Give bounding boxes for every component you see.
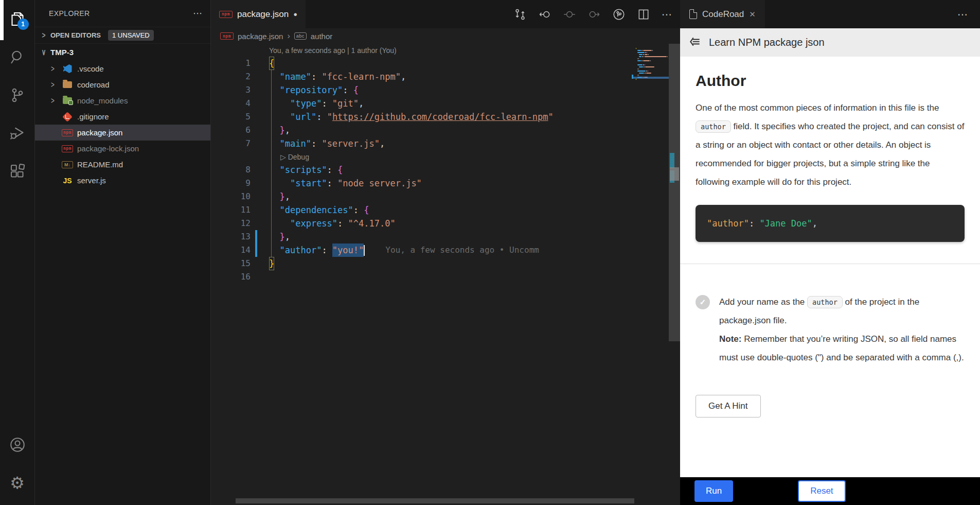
code-line-4[interactable]: 4 "type": "git", (211, 97, 680, 110)
breadcrumb-symbol[interactable]: author (311, 32, 333, 41)
close-icon[interactable]: ✕ (749, 10, 756, 19)
tree-item-node_modules[interactable]: >node_modules (35, 93, 210, 109)
code-line-12[interactable]: 12 "express": "^4.17.0" (211, 217, 680, 230)
timeline-icon[interactable] (612, 8, 626, 21)
explorer-title: EXPLORER (49, 9, 90, 18)
webview-file-icon (689, 9, 697, 19)
codelens-debug[interactable]: ▷ Debug (211, 150, 680, 163)
open-changes-icon[interactable] (513, 8, 527, 21)
code-line-2[interactable]: 2 "name": "fcc-learn-npm", (211, 70, 680, 83)
code-line-8[interactable]: 8 "scripts": { (211, 163, 680, 177)
reverse-continue-icon[interactable] (563, 8, 576, 21)
step-back-icon[interactable] (538, 8, 551, 21)
file-label: node_modules (77, 96, 128, 105)
file-tree: >.vscode>coderoad>node_modules.gitignore… (35, 61, 210, 188)
code-line-10[interactable]: 10 }, (211, 190, 680, 203)
line-number: 16 (226, 270, 251, 284)
line-number: 2 (226, 70, 251, 83)
vscode-window: 1 (0, 0, 980, 505)
breadcrumb-separator-icon: › (287, 31, 290, 41)
code-line-5[interactable]: 5 "url": "https://github.com/coderoad/fc… (211, 110, 680, 124)
tree-item-package.json[interactable]: npmpackage.json (35, 125, 210, 141)
tree-item-.gitignore[interactable]: .gitignore (35, 109, 210, 125)
run-debug-icon[interactable] (0, 114, 35, 152)
code-line-14[interactable]: 14 "author": "you!"You, a few seconds ag… (211, 243, 680, 257)
code-line-6[interactable]: 6 }, (211, 124, 680, 137)
inline-code: author (696, 120, 731, 133)
get-hint-button[interactable]: Get A Hint (696, 395, 761, 417)
code-line-16[interactable]: 16 (211, 270, 680, 284)
breadcrumb: npm package.json › abc author (211, 28, 680, 44)
open-editors-section[interactable]: > OPEN EDITORS 1 UNSAVED (35, 27, 210, 44)
back-to-lessons-icon[interactable] (688, 35, 702, 50)
codelens-authors[interactable]: You, a few seconds ago | 1 author (You) (211, 44, 680, 57)
inline-blame: You, a few seconds ago • Uncomm (385, 243, 539, 257)
code-line-13[interactable]: 13 }, (211, 230, 680, 243)
npm-file-icon: npm (220, 32, 234, 40)
overview-modified-mark (670, 153, 674, 168)
breadcrumb-file[interactable]: package.json (238, 32, 283, 41)
tutorial-title: Learn NPM package json (709, 37, 825, 48)
npm-file-icon: npm (62, 145, 73, 152)
line-number: 8 (226, 163, 251, 177)
run-button[interactable]: Run (694, 480, 733, 502)
extensions-icon[interactable] (0, 152, 35, 190)
unsaved-dot-icon[interactable]: ● (293, 10, 297, 18)
tree-item-server.js[interactable]: JSserver.js (35, 172, 210, 188)
line-number: 5 (226, 110, 251, 124)
tutorial-content: Author One of the most common pieces of … (680, 57, 980, 477)
scrollbar-thumb[interactable] (670, 167, 679, 181)
file-label: README.md (77, 160, 123, 169)
active-indent-guide (271, 70, 272, 257)
code-line-7[interactable]: 7 "main": "server.js", (211, 137, 680, 150)
folder-icon (63, 81, 72, 88)
line-number: 12 (226, 217, 251, 230)
chevron-right-icon: > (41, 30, 47, 41)
file-label: server.js (77, 176, 106, 185)
line-number: 9 (226, 177, 251, 190)
editor-more-actions-icon[interactable]: ⋯ (662, 8, 673, 21)
chevron-right-icon: > (51, 96, 61, 106)
horizontal-scrollbar[interactable] (236, 498, 634, 503)
panel-more-actions-icon[interactable]: ⋯ (957, 0, 969, 28)
line-number: 11 (226, 203, 251, 217)
tab-package-json[interactable]: npm package.json ● (211, 0, 306, 28)
code-line-3[interactable]: 3 "repository": { (211, 83, 680, 97)
line-number: 10 (226, 190, 251, 203)
example-code-block: "author": "Jane Doe", (696, 205, 965, 242)
line-number: 4 (226, 97, 251, 110)
code-line-11[interactable]: 11 "dependencies": { (211, 203, 680, 217)
line-number: 14 (226, 243, 251, 257)
task-check-icon: ✓ (696, 295, 710, 309)
line-number: 3 (226, 83, 251, 97)
tree-item-package-lock.json[interactable]: npmpackage-lock.json (35, 141, 210, 156)
settings-icon[interactable]: ⚙ (0, 464, 35, 502)
lesson-paragraph: One of the most common pieces of informa… (696, 99, 965, 191)
explorer-more-actions-icon[interactable]: ⋯ (193, 8, 203, 19)
code-line-1[interactable]: 1{ (211, 57, 680, 70)
chevron-right-icon: > (51, 64, 61, 74)
search-icon[interactable] (0, 38, 35, 76)
step-forward-icon[interactable] (587, 8, 601, 21)
panel-footer: Run Reset (680, 477, 980, 505)
explorer-icon[interactable]: 1 (0, 0, 35, 38)
account-icon[interactable] (0, 426, 35, 464)
tree-item-.vscode[interactable]: >.vscode (35, 61, 210, 77)
source-control-icon[interactable] (0, 76, 35, 114)
open-files-badge: 1 (17, 19, 29, 30)
split-editor-icon[interactable] (637, 8, 650, 21)
reset-button[interactable]: Reset (798, 480, 845, 502)
code-line-15[interactable]: 15} (211, 257, 680, 270)
npm-file-icon: npm (219, 11, 233, 18)
tab-coderoad[interactable]: CodeRoad ✕ (680, 0, 765, 28)
tree-item-coderoad[interactable]: >coderoad (35, 77, 210, 93)
code-line-9[interactable]: 9 "start": "node server.js" (211, 177, 680, 190)
line-number: 13 (226, 230, 251, 243)
workspace-root-folder[interactable]: ∨ TMP-3 (35, 44, 210, 61)
minimap[interactable] (636, 48, 668, 83)
markdown-icon: M↓ (62, 161, 73, 168)
tree-item-README.md[interactable]: M↓README.md (35, 156, 210, 172)
line-number: 7 (226, 137, 251, 150)
code-editor[interactable]: You, a few seconds ago | 1 author (You) … (211, 44, 680, 505)
editor-scrollbar[interactable] (669, 44, 680, 341)
